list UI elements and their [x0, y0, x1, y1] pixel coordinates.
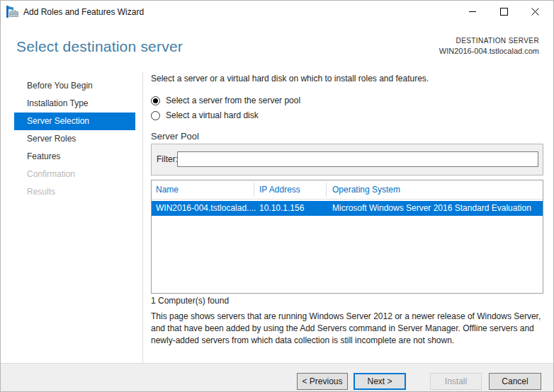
- wizard-header: Select destination server DESTINATION SE…: [1, 23, 553, 69]
- radio-label: Select a server from the server pool: [166, 96, 300, 105]
- wizard-footer: < Previous Next > Install Cancel: [1, 363, 553, 392]
- destination-server-name: WIN2016-004.tstlocalad.com: [439, 47, 539, 55]
- filter-label: Filter:: [157, 154, 178, 164]
- titlebar: Add Roles and Features Wizard: [1, 1, 553, 23]
- server-pool-filter-box: Filter:: [151, 144, 543, 175]
- column-separator: [254, 183, 254, 197]
- cell-ip-address: 10.10.1.156: [259, 203, 304, 213]
- wizard-steps-sidebar: Before You Begin Installation Type Serve…: [14, 77, 135, 201]
- radio-label: Select a virtual hard disk: [166, 110, 259, 120]
- sidebar-item-server-selection[interactable]: Server Selection: [14, 113, 135, 130]
- column-header-ip-address[interactable]: IP Address: [259, 185, 300, 195]
- previous-button[interactable]: < Previous: [297, 373, 348, 390]
- sidebar-item-installation-type[interactable]: Installation Type: [14, 95, 135, 113]
- sidebar-divider: [142, 71, 143, 363]
- sidebar-item-confirmation: Confirmation: [14, 166, 135, 183]
- table-header: Name IP Address Operating System: [152, 180, 543, 200]
- table-row-selected-server[interactable]: WIN2016-004.tstlocalad.... 10.10.1.156 M…: [152, 201, 543, 216]
- window-title: Add Roles and Features Wizard: [23, 7, 144, 17]
- server-pool-table: Name IP Address Operating System WIN2016…: [151, 180, 543, 294]
- column-separator: [326, 183, 327, 197]
- radio-select-server-pool[interactable]: Select a server from the server pool: [151, 96, 300, 105]
- server-manager-toolbox-icon: [6, 6, 19, 18]
- maximize-icon[interactable]: [488, 1, 519, 23]
- sidebar-item-results: Results: [14, 183, 135, 201]
- minimize-icon[interactable]: [457, 1, 488, 23]
- window-controls: [457, 1, 550, 23]
- computers-found-count: 1 Computer(s) found: [151, 296, 229, 306]
- radio-select-virtual-hard-disk[interactable]: Select a virtual hard disk: [151, 110, 259, 120]
- radio-button-icon[interactable]: [151, 96, 160, 105]
- sidebar-item-features[interactable]: Features: [14, 148, 135, 166]
- sidebar-item-server-roles[interactable]: Server Roles: [14, 130, 135, 148]
- close-icon[interactable]: [519, 1, 550, 23]
- server-pool-title: Server Pool: [151, 131, 199, 142]
- column-header-operating-system[interactable]: Operating System: [332, 185, 400, 195]
- page-instruction: Select a server or a virtual hard disk o…: [151, 74, 543, 83]
- sidebar-item-before-you-begin[interactable]: Before You Begin: [14, 77, 135, 95]
- page-title: Select destination server: [16, 38, 183, 55]
- filter-input[interactable]: [177, 151, 538, 167]
- cancel-button[interactable]: Cancel: [489, 373, 541, 390]
- cell-operating-system: Microsoft Windows Server 2016 Standard E…: [332, 203, 531, 213]
- destination-server-block: DESTINATION SERVER WIN2016-004.tstlocala…: [439, 37, 539, 55]
- cell-server-name: WIN2016-004.tstlocalad....: [156, 203, 256, 213]
- next-button[interactable]: Next >: [354, 373, 406, 390]
- page-description: This page shows servers that are running…: [151, 311, 545, 347]
- column-header-name[interactable]: Name: [156, 185, 179, 195]
- destination-server-label: DESTINATION SERVER: [439, 37, 539, 45]
- radio-button-icon[interactable]: [151, 111, 160, 120]
- add-roles-features-wizard-window: Add Roles and Features Wizard Select des…: [0, 0, 554, 392]
- install-button: Install: [430, 373, 482, 390]
